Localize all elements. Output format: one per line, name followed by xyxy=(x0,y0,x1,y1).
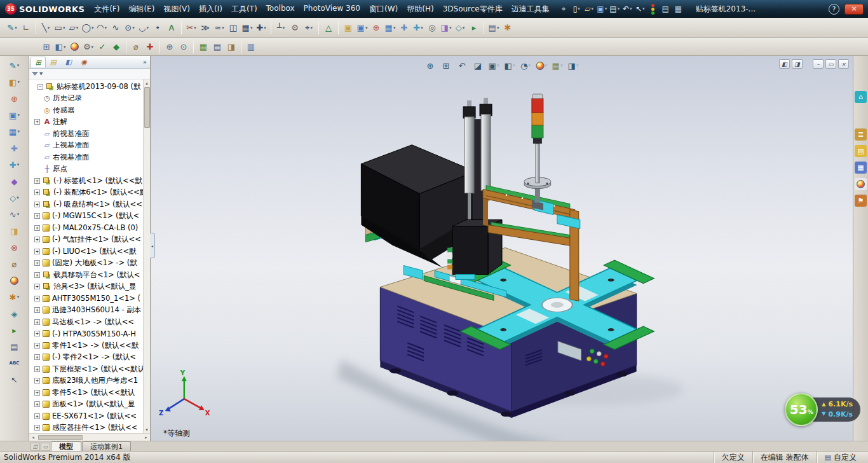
menu-item-7[interactable]: 窗口(W) xyxy=(365,1,402,17)
pane-split-right-icon[interactable]: ◨ xyxy=(792,59,803,69)
doc-minimize-button[interactable]: – xyxy=(813,59,824,69)
simulation-button[interactable]: ◈ xyxy=(2,305,27,322)
edit-component-button[interactable]: ▣ xyxy=(341,20,355,35)
tree-expander[interactable]: + xyxy=(34,331,40,336)
display-states-button[interactable]: ◧▾ xyxy=(53,39,67,54)
scroll-up-icon[interactable]: ▴ xyxy=(146,79,148,86)
tree-expander[interactable]: + xyxy=(34,237,40,242)
tree-item[interactable]: +▱上视基准面 xyxy=(29,140,143,152)
dropdown-arrow-icon[interactable]: ▾ xyxy=(264,25,266,31)
dropdown-arrow-icon[interactable]: ▾ xyxy=(17,113,20,118)
centerpoint-arc-button[interactable]: ◠▾ xyxy=(95,20,109,35)
circle-button[interactable]: ◯▾ xyxy=(81,20,95,35)
dropdown-arrow-icon[interactable]: ▾ xyxy=(393,25,396,31)
scroll-down-icon[interactable]: ▾ xyxy=(146,426,148,433)
options-gear-button[interactable]: ⚙▾ xyxy=(81,39,95,54)
menu-item-10[interactable]: 迈迪工具集 xyxy=(507,1,554,17)
zoom-fit-icon[interactable]: ⊕ xyxy=(423,59,437,72)
dropdown-arrow-icon[interactable]: ▾ xyxy=(310,25,313,31)
dropdown-arrow-icon[interactable]: ▾ xyxy=(592,6,594,11)
corner-rectangle-button[interactable]: ▭▾ xyxy=(53,20,67,35)
show-hidden-components-button[interactable]: ◎ xyxy=(425,20,439,35)
tree-expander[interactable]: + xyxy=(34,249,40,254)
splitter-horizontal-button[interactable]: ◫ xyxy=(31,443,40,451)
dropdown-arrow-icon[interactable]: ▾ xyxy=(17,129,20,134)
file-explorer-icon[interactable]: ▤ xyxy=(855,145,867,157)
appearance-ball-button[interactable] xyxy=(67,39,81,54)
hide-show-items-icon[interactable]: ◔▾ xyxy=(519,59,532,72)
smart-components-button[interactable]: ◆ xyxy=(2,173,27,190)
tree-item[interactable]: +底板23哦人他用户考虑<1 xyxy=(29,375,143,387)
view-orientation-icon[interactable]: ▣▾ xyxy=(487,59,501,72)
scroll-left-icon[interactable]: ◂ xyxy=(29,435,37,440)
dropdown-arrow-icon[interactable]: ▾ xyxy=(421,25,423,31)
dropdown-arrow-icon[interactable]: ▾ xyxy=(578,6,580,11)
featuremanager-tab[interactable]: ⊞ xyxy=(31,57,46,67)
dimxpertmanager-tab[interactable]: ◉ xyxy=(76,57,92,67)
smart-fasteners-button[interactable]: ✚ xyxy=(397,20,411,35)
tree-expander[interactable]: + xyxy=(34,401,40,407)
zoom-area-icon[interactable]: ⊞ xyxy=(439,59,453,72)
assembly-features-button[interactable]: ◨▾ xyxy=(439,20,453,35)
dropdown-arrow-icon[interactable]: ▾ xyxy=(463,25,465,31)
exploded-view-button[interactable]: ✱ xyxy=(501,20,515,35)
dropdown-arrow-icon[interactable]: ▾ xyxy=(63,25,65,31)
tree-item[interactable]: +载具移动平台<1> (默认< xyxy=(29,269,143,281)
menu-item-6[interactable]: PhotoView 360 xyxy=(299,1,365,17)
dropdown-arrow-icon[interactable]: ▾ xyxy=(48,25,50,31)
panel-collapse-handle[interactable]: ◂ xyxy=(150,233,155,258)
convert-entities-button[interactable]: ≫ xyxy=(198,20,212,35)
mate-button[interactable]: ⊕ xyxy=(369,20,383,35)
dropdown-arrow-icon[interactable]: ▾ xyxy=(17,162,20,167)
view-palette-icon[interactable]: ▦ xyxy=(855,162,867,174)
dropdown-arrow-icon[interactable]: ▾ xyxy=(283,25,285,31)
image-capture-button[interactable]: ▦ xyxy=(196,39,210,54)
tree-item[interactable]: +(-) 装配体6<1> (默认<<默 xyxy=(29,187,143,199)
tree-item[interactable]: +◎传感器 xyxy=(29,104,143,116)
doc-restore-button[interactable]: ▭ xyxy=(825,59,836,69)
splitter-vertical-button[interactable]: ▭ xyxy=(41,443,50,451)
propertymanager-tab[interactable]: ▤ xyxy=(46,57,61,67)
export-button[interactable]: ◨ xyxy=(224,39,238,54)
tree-expander[interactable]: + xyxy=(34,413,40,419)
dropdown-arrow-icon[interactable]: ▾ xyxy=(545,63,547,68)
tree-item[interactable]: +零件5<1> (默认<<默认 xyxy=(29,387,143,399)
tree-vertical-scrollbar[interactable]: ▴ ▾ xyxy=(143,79,150,433)
tree-expander[interactable]: + xyxy=(34,319,40,325)
tree-item[interactable]: +下层框架<1> (默认<<默认 xyxy=(29,363,143,375)
tree-item[interactable]: +(-) MGW15C<1> (默认< xyxy=(29,211,143,223)
help-book-button[interactable]: ▥ xyxy=(244,39,258,54)
tree-expander[interactable]: + xyxy=(34,202,40,207)
tree-expander[interactable]: + xyxy=(34,307,40,313)
edit-sketch-button[interactable]: ✎▾ xyxy=(2,57,27,74)
tree-item[interactable]: +EE-SX671<1> (默认<< xyxy=(29,410,143,422)
scroll-right-icon[interactable]: ▸ xyxy=(142,435,150,440)
save-button[interactable]: ▣▾ xyxy=(596,3,608,15)
vertical-scroll-thumb[interactable] xyxy=(144,87,150,128)
tree-expander[interactable]: + xyxy=(34,354,40,360)
tree-item[interactable]: +面板<1> (默认<默认_显 xyxy=(29,399,143,411)
apply-scene-icon[interactable]: ▦▾ xyxy=(550,59,564,72)
file-properties-button[interactable]: ▤ xyxy=(660,3,672,15)
move-component-button[interactable]: ✚▾ xyxy=(411,20,425,35)
dropdown-arrow-icon[interactable]: ▾ xyxy=(222,25,224,31)
model-signal-tower[interactable] xyxy=(524,94,551,211)
dropdown-arrow-icon[interactable]: ▾ xyxy=(17,63,20,68)
mirror-entities-button[interactable]: ◫ xyxy=(226,20,240,35)
appearances-tool-button[interactable] xyxy=(2,272,27,289)
ellipse-button[interactable]: ⊙▾ xyxy=(123,20,137,35)
tree-item[interactable]: +(-) 标签机<1> (默认<<默 xyxy=(29,175,143,187)
menu-item-3[interactable]: 插入(I) xyxy=(194,1,227,17)
tree-item[interactable]: +(-) 吸盘结构<1> (默认<< xyxy=(29,198,143,211)
progress-circle[interactable]: 53 % xyxy=(785,393,818,426)
linear-sketch-pattern-button[interactable]: ▦▾ xyxy=(240,20,254,35)
dropdown-arrow-icon[interactable]: ▾ xyxy=(15,25,17,31)
rapid-sketch-button[interactable]: △ xyxy=(322,20,336,35)
section-view-icon[interactable]: ◪ xyxy=(471,59,485,72)
dropdown-arrow-icon[interactable]: ▾ xyxy=(250,25,253,31)
tree-item[interactable]: +(-) MAL20x75-CA-LB (0) xyxy=(29,222,143,234)
dropdown-arrow-icon[interactable]: ▾ xyxy=(17,294,20,300)
measure-tool-button[interactable]: ⌀ xyxy=(2,256,27,272)
tree-expander[interactable]: + xyxy=(34,425,40,431)
bill-of-materials-button[interactable]: ▤▾ xyxy=(487,20,501,35)
